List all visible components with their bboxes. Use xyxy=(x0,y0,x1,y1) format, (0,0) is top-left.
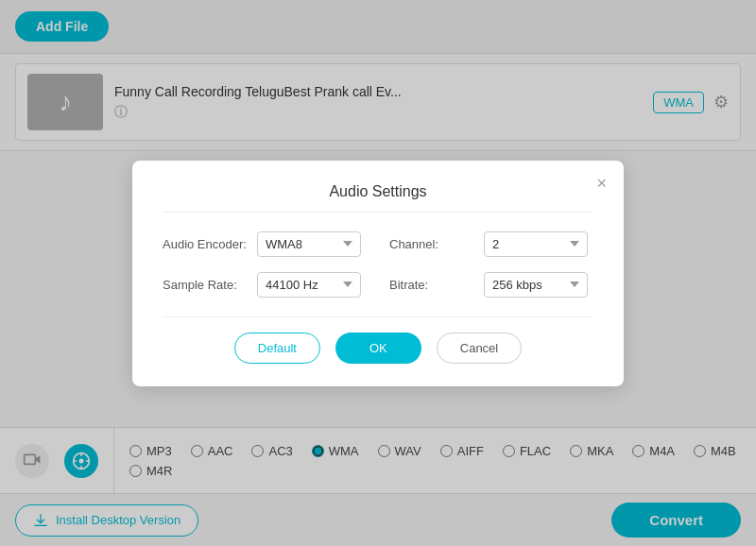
modal-title: Audio Settings xyxy=(163,183,593,213)
cancel-button[interactable]: Cancel xyxy=(437,333,522,364)
bitrate-select[interactable]: 128 kbps 192 kbps 256 kbps 320 kbps xyxy=(484,272,588,298)
sample-rate-select[interactable]: 22050 Hz 44100 Hz 48000 Hz xyxy=(257,272,361,298)
sample-rate-row: Sample Rate: 22050 Hz 44100 Hz 48000 Hz xyxy=(163,272,367,298)
audio-encoder-select[interactable]: WMA8 WMA9 WMA10 xyxy=(257,231,361,257)
modal-actions: Default OK Cancel xyxy=(163,333,593,364)
bitrate-row: Bitrate: 128 kbps 192 kbps 256 kbps 320 … xyxy=(389,272,593,298)
audio-settings-modal: × Audio Settings Audio Encoder: WMA8 WMA… xyxy=(132,161,624,386)
modal-form: Audio Encoder: WMA8 WMA9 WMA10 Channel: … xyxy=(163,231,593,298)
modal-overlay: × Audio Settings Audio Encoder: WMA8 WMA… xyxy=(0,0,756,546)
modal-divider xyxy=(163,316,593,317)
sample-rate-label: Sample Rate: xyxy=(163,278,248,292)
bitrate-label: Bitrate: xyxy=(389,278,474,292)
channel-label: Channel: xyxy=(389,237,474,251)
audio-encoder-label: Audio Encoder: xyxy=(163,237,248,251)
channel-row: Channel: 1 2 xyxy=(389,231,593,257)
ok-button[interactable]: OK xyxy=(335,333,421,364)
default-button[interactable]: Default xyxy=(234,333,320,364)
modal-close-button[interactable]: × xyxy=(596,174,607,194)
audio-encoder-row: Audio Encoder: WMA8 WMA9 WMA10 xyxy=(163,231,367,257)
channel-select[interactable]: 1 2 xyxy=(484,231,588,257)
